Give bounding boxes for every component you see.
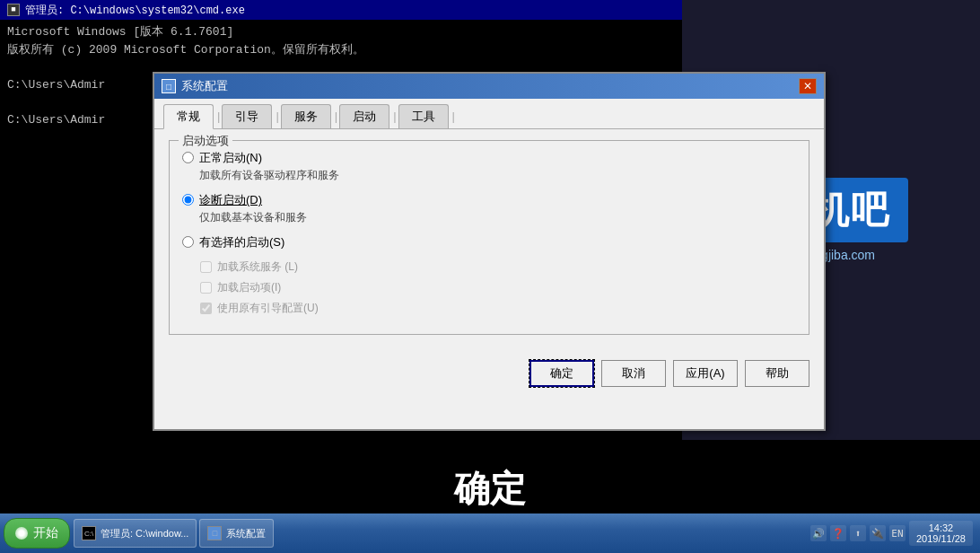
- selective-startup-radio[interactable]: [182, 236, 194, 248]
- close-button[interactable]: ✕: [799, 78, 817, 94]
- tab-startup[interactable]: 启动: [339, 104, 389, 128]
- use-original-boot-row: 使用原有引导配置(U): [182, 301, 796, 316]
- selective-startup-row: 有选择的启动(S): [182, 234, 796, 250]
- tab-sep-3: |: [335, 110, 337, 123]
- cancel-button[interactable]: 取消: [601, 360, 666, 387]
- apply-button[interactable]: 应用(A): [673, 360, 738, 387]
- load-startup-items-label: 加载启动项(I): [217, 280, 281, 295]
- tray-icon-2[interactable]: ❓: [830, 525, 846, 541]
- normal-startup-sub: 加载所有设备驱动程序和服务: [199, 168, 339, 183]
- selective-startup-label: 有选择的启动(S): [199, 234, 284, 250]
- tab-boot[interactable]: 引导: [222, 104, 272, 128]
- start-button[interactable]: 开始: [4, 518, 70, 549]
- tab-tools[interactable]: 工具: [398, 104, 449, 128]
- tab-sep-5: |: [452, 110, 455, 123]
- cmd-line2: 版权所有 (c) 2009 Microsoft Corporation。保留所有…: [7, 41, 675, 59]
- start-button-label: 开始: [33, 525, 58, 541]
- load-startup-items-checkbox[interactable]: [200, 282, 212, 294]
- cmd-title-bar[interactable]: ■ 管理员: C:\windows\system32\cmd.exe: [0, 0, 682, 20]
- load-sys-services-checkbox[interactable]: [200, 261, 212, 273]
- cmd-icon: ■: [7, 4, 20, 16]
- tray-icon-1[interactable]: 🔊: [810, 525, 827, 541]
- taskbar-cmd-item[interactable]: C:\ 管理员: C:\window...: [74, 519, 197, 548]
- diagnostic-startup-label: 诊断启动(D): [199, 192, 307, 208]
- cmd-line1: Microsoft Windows [版本 6.1.7601]: [7, 23, 675, 41]
- taskbar-clock[interactable]: 14:32 2019/11/28: [909, 521, 973, 546]
- dialog-title-bar[interactable]: □ 系统配置 ✕: [154, 74, 824, 99]
- tray-icon-3[interactable]: ⬆: [850, 525, 866, 541]
- load-sys-services-label: 加载系统服务 (L): [217, 259, 298, 275]
- help-button[interactable]: 帮助: [745, 360, 809, 387]
- dialog-buttons: 确定 取消 应用(A) 帮助: [154, 355, 824, 398]
- load-sys-services-row: 加载系统服务 (L): [182, 259, 796, 275]
- group-box-title: 启动选项: [179, 133, 232, 149]
- taskbar: 开始 C:\ 管理员: C:\window... □ 系统配置 🔊 ❓ ⬆ 🔌 …: [0, 514, 980, 553]
- tab-general[interactable]: 常规: [163, 104, 214, 129]
- normal-startup-row: 正常启动(N) 加载所有设备驱动程序和服务: [182, 150, 796, 183]
- taskbar-cmd-icon: C:\: [82, 526, 96, 540]
- diagnostic-startup-row: 诊断启动(D) 仅加载基本设备和服务: [182, 192, 796, 225]
- startup-options-group: 启动选项 正常启动(N) 加载所有设备驱动程序和服务 诊断启动(D) 仅加载基本…: [169, 140, 809, 335]
- normal-startup-label: 正常启动(N): [199, 150, 339, 166]
- tab-sep-1: |: [217, 110, 220, 123]
- tray-icon-5[interactable]: EN: [889, 525, 906, 541]
- taskbar-sysconfig-icon: □: [207, 526, 222, 540]
- tab-sep-2: |: [276, 110, 278, 123]
- tab-services[interactable]: 服务: [281, 104, 331, 128]
- taskbar-sysconfig-label: 系统配置: [226, 527, 266, 540]
- dialog-tabs: 常规 | 引导 | 服务 | 启动 | 工具 |: [154, 99, 824, 129]
- ok-button[interactable]: 确定: [529, 360, 594, 387]
- taskbar-cmd-label: 管理员: C:\window...: [101, 527, 188, 540]
- diagnostic-startup-sub: 仅加载基本设备和服务: [199, 210, 307, 225]
- dialog-body: 启动选项 正常启动(N) 加载所有设备驱动程序和服务 诊断启动(D) 仅加载基本…: [154, 129, 824, 355]
- use-original-boot-label: 使用原有引导配置(U): [217, 301, 319, 316]
- cmd-title-text: 管理员: C:\windows\system32\cmd.exe: [25, 3, 245, 18]
- clock-date: 2019/11/28: [916, 533, 966, 544]
- taskbar-sysconfig-item[interactable]: □ 系统配置: [199, 519, 274, 548]
- normal-startup-radio[interactable]: [182, 152, 194, 163]
- use-original-boot-checkbox[interactable]: [200, 303, 212, 314]
- start-orb-icon: [15, 527, 28, 540]
- tab-sep-4: |: [393, 110, 396, 123]
- taskbar-tray: 🔊 ❓ ⬆ 🔌 EN 14:32 2019/11/28: [810, 521, 973, 546]
- load-startup-items-row: 加载启动项(I): [182, 280, 796, 295]
- dialog-title-icon: □: [162, 79, 176, 93]
- subtitle: 确定: [0, 464, 980, 514]
- diagnostic-startup-radio[interactable]: [182, 194, 194, 206]
- clock-time: 14:32: [916, 522, 966, 533]
- tray-icon-4[interactable]: 🔌: [870, 525, 886, 541]
- dialog-title-text: 系统配置: [181, 78, 228, 94]
- system-config-dialog: □ 系统配置 ✕ 常规 | 引导 | 服务 | 启动 | 工具 | 启动选项 正…: [153, 72, 826, 431]
